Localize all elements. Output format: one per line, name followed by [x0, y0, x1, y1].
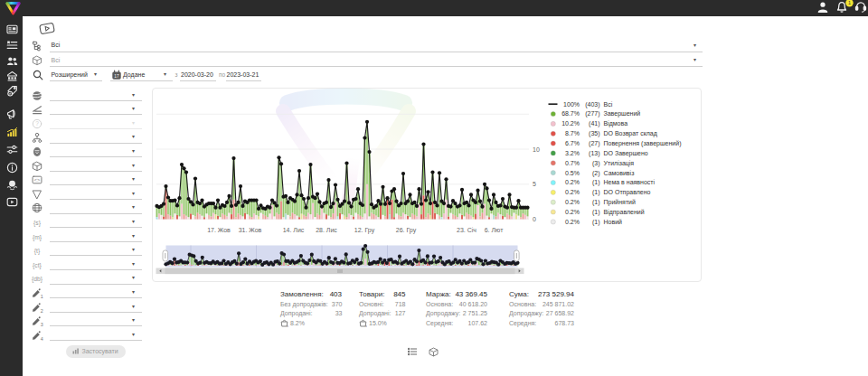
svg-text:(27): (27) — [589, 140, 599, 147]
svg-text:0: 0 — [533, 216, 536, 222]
svg-text:(1): (1) — [592, 219, 600, 226]
svg-text:Відмова: Відмова — [604, 120, 628, 127]
svg-text:{db}: {db} — [32, 276, 42, 283]
svg-text:Самовивіз: Самовивіз — [604, 170, 635, 176]
svg-text:8.7%: 8.7% — [565, 130, 580, 136]
svg-text:?: ? — [35, 120, 39, 127]
svg-text:28. Лис: 28. Лис — [316, 227, 337, 233]
svg-text:5: 5 — [533, 181, 536, 187]
svg-text:12. Гру: 12. Гру — [354, 227, 375, 234]
svg-text:{s}: {s} — [33, 219, 42, 226]
svg-text:2: 2 — [40, 307, 42, 312]
svg-text:{ct}: {ct} — [33, 261, 42, 268]
svg-text:26. Гру: 26. Гру — [396, 227, 417, 234]
svg-text:0.2%: 0.2% — [565, 219, 580, 225]
svg-text:31. Жов: 31. Жов — [239, 227, 262, 233]
svg-text:0.2%: 0.2% — [565, 209, 580, 215]
svg-text:3.2%: 3.2% — [565, 150, 580, 156]
svg-text:(403): (403) — [585, 101, 599, 108]
svg-text:Прийнятий: Прийнятий — [604, 199, 637, 206]
svg-text:Утилізація: Утилізація — [604, 160, 635, 167]
svg-text:100%: 100% — [563, 101, 580, 108]
svg-text:10.2%: 10.2% — [561, 120, 580, 127]
svg-text:0.2%: 0.2% — [565, 199, 580, 205]
svg-text:DO Отправлено: DO Отправлено — [604, 189, 651, 196]
svg-text:(1): (1) — [592, 199, 600, 206]
svg-text:(3): (3) — [592, 160, 600, 167]
svg-text:(13): (13) — [589, 150, 599, 157]
svg-text:Завершений: Завершений — [604, 110, 641, 118]
svg-text:(1): (1) — [592, 189, 600, 196]
svg-text:<>: <> — [33, 177, 39, 183]
svg-text:Новий: Новий — [604, 219, 623, 225]
svg-text:6.7%: 6.7% — [565, 140, 580, 146]
svg-text:14. Лис: 14. Лис — [283, 227, 305, 233]
svg-text:(1): (1) — [592, 209, 600, 216]
svg-text:(2): (2) — [592, 170, 600, 177]
svg-text:1: 1 — [848, 0, 851, 5]
svg-text:1: 1 — [40, 294, 42, 298]
svg-text:10: 10 — [533, 146, 540, 153]
svg-text:4: 4 — [40, 335, 42, 340]
svg-text:17. Жов: 17. Жов — [207, 227, 231, 233]
svg-text:Відправлений: Відправлений — [604, 209, 645, 216]
svg-text:Всі: Всі — [604, 101, 613, 108]
svg-text:{m}: {m} — [32, 233, 42, 240]
svg-text:x: x — [365, 324, 367, 327]
svg-text:(277): (277) — [585, 110, 599, 118]
svg-text:Нема в наявності: Нема в наявності — [604, 179, 656, 185]
svg-text:x: x — [287, 324, 288, 327]
svg-text:3: 3 — [40, 322, 42, 326]
svg-text:23. Січ: 23. Січ — [457, 227, 476, 233]
svg-text:17: 17 — [114, 74, 119, 79]
svg-text:0.5%: 0.5% — [565, 170, 580, 176]
svg-text:6. Лют: 6. Лют — [485, 227, 504, 233]
svg-text:(1): (1) — [592, 179, 600, 186]
svg-text:(35): (35) — [589, 130, 599, 137]
svg-text:DO Возврат склад: DO Возврат склад — [604, 130, 657, 137]
svg-text:0.2%: 0.2% — [565, 179, 580, 185]
svg-text:Повернення (завершений): Повернення (завершений) — [604, 140, 682, 147]
svg-text:(41): (41) — [589, 120, 599, 127]
svg-text:0.7%: 0.7% — [565, 160, 580, 166]
svg-text:68.7%: 68.7% — [561, 110, 580, 117]
svg-text:{t}: {t} — [33, 248, 40, 255]
svg-text:DO Завершено: DO Завершено — [604, 150, 648, 157]
svg-text:0.2%: 0.2% — [565, 189, 580, 195]
